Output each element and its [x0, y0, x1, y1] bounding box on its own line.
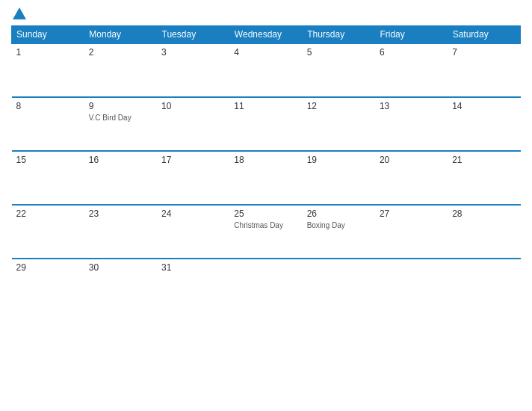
calendar-cell: 1 [12, 43, 84, 97]
day-number: 29 [16, 262, 80, 273]
calendar-week-row: 22232425Christmas Day26Boxing Day2728 [12, 205, 521, 259]
calendar-cell: 17 [157, 151, 229, 205]
calendar-cell: 16 [84, 151, 157, 205]
calendar-cell: 22 [12, 205, 84, 259]
calendar-cell: 29 [12, 259, 84, 300]
calendar-cell: 4 [229, 43, 302, 97]
calendar-cell: 11 [229, 97, 302, 151]
day-number: 28 [452, 208, 516, 219]
header [11, 7, 521, 19]
day-number: 19 [307, 155, 371, 165]
calendar-cell [448, 259, 520, 300]
day-number: 31 [161, 262, 225, 273]
day-number: 30 [89, 262, 152, 273]
calendar-page: SundayMondayTuesdayWednesdayThursdayFrid… [0, 0, 532, 411]
calendar-week-row: 293031 [12, 259, 521, 300]
calendar-cell: 27 [375, 205, 448, 259]
calendar-week-row: 89V.C Bird Day1011121314 [12, 97, 521, 151]
holiday-label: Christmas Day [234, 220, 297, 230]
day-number: 2 [89, 47, 152, 58]
day-number: 23 [89, 208, 152, 219]
calendar-cell: 15 [12, 151, 84, 205]
day-number: 14 [452, 101, 516, 111]
calendar-cell [229, 259, 302, 300]
day-header-saturday: Saturday [448, 26, 520, 44]
day-number: 25 [234, 208, 297, 219]
calendar-table: SundayMondayTuesdayWednesdayThursdayFrid… [11, 25, 521, 300]
day-number: 11 [234, 101, 297, 111]
day-number: 6 [380, 47, 443, 58]
calendar-cell: 10 [157, 97, 229, 151]
calendar-cell [303, 259, 375, 300]
day-number: 27 [380, 208, 443, 219]
calendar-cell: 23 [84, 205, 157, 259]
calendar-cell: 28 [448, 205, 520, 259]
day-number: 10 [161, 101, 225, 111]
day-number: 16 [89, 155, 152, 165]
calendar-cell: 6 [375, 43, 448, 97]
calendar-cell: 7 [448, 43, 520, 97]
calendar-week-row: 15161718192021 [12, 151, 521, 205]
day-number: 13 [380, 101, 443, 111]
day-number: 5 [307, 47, 371, 58]
calendar-cell: 2 [84, 43, 157, 97]
day-number: 21 [452, 155, 516, 165]
holiday-label: Boxing Day [307, 220, 371, 230]
day-number: 7 [452, 47, 516, 58]
calendar-cell: 18 [229, 151, 302, 205]
day-number: 15 [16, 155, 80, 165]
day-number: 3 [161, 47, 225, 58]
day-number: 9 [89, 101, 152, 111]
day-header-wednesday: Wednesday [229, 26, 302, 44]
calendar-cell: 30 [84, 259, 157, 300]
calendar-cell: 24 [157, 205, 229, 259]
holiday-label: V.C Bird Day [89, 113, 152, 123]
logo-triangle-icon [13, 7, 26, 19]
calendar-cell: 14 [448, 97, 520, 151]
calendar-cell: 31 [157, 259, 229, 300]
day-number: 4 [234, 47, 297, 58]
calendar-week-row: 1234567 [12, 43, 521, 97]
calendar-cell: 25Christmas Day [229, 205, 302, 259]
day-header-sunday: Sunday [12, 26, 84, 44]
calendar-cell: 9V.C Bird Day [84, 97, 157, 151]
calendar-cell: 5 [303, 43, 375, 97]
day-number: 24 [161, 208, 225, 219]
day-number: 18 [234, 155, 297, 165]
day-header-monday: Monday [84, 26, 157, 44]
calendar-cell: 8 [12, 97, 84, 151]
day-number: 22 [16, 208, 80, 219]
calendar-cell: 26Boxing Day [303, 205, 375, 259]
day-header-tuesday: Tuesday [157, 26, 229, 44]
day-number: 17 [161, 155, 225, 165]
day-header-friday: Friday [375, 26, 448, 44]
day-number: 12 [307, 101, 371, 111]
day-number: 26 [307, 208, 371, 219]
day-number: 1 [16, 47, 80, 58]
calendar-cell: 21 [448, 151, 520, 205]
calendar-cell: 13 [375, 97, 448, 151]
day-header-thursday: Thursday [303, 26, 375, 44]
day-number: 20 [380, 155, 443, 165]
calendar-cell: 20 [375, 151, 448, 205]
calendar-header-row: SundayMondayTuesdayWednesdayThursdayFrid… [12, 26, 521, 44]
calendar-cell: 19 [303, 151, 375, 205]
logo [11, 7, 26, 19]
calendar-cell [375, 259, 448, 300]
day-number: 8 [16, 101, 80, 111]
calendar-cell: 3 [157, 43, 229, 97]
calendar-cell: 12 [303, 97, 375, 151]
